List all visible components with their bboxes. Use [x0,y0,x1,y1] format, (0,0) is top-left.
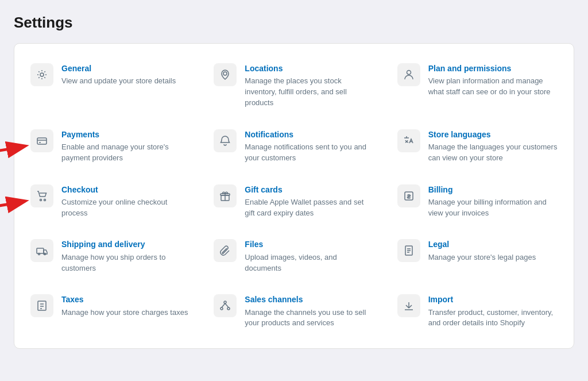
item-content-notifications: Notifications Manage notifications sent … [245,129,374,164]
item-content-import: Import Transfer product, customer, inven… [428,294,558,329]
item-content-store-languages: Store languages Manage the languages you… [428,129,558,164]
page-title: Settings [14,14,574,32]
settings-item-plan-permissions[interactable]: Plan and permissions View plan informati… [386,53,569,119]
item-desc-shipping-delivery: Manage how you ship orders to customers [61,252,191,274]
payments-icon [30,129,53,152]
truck-icon [30,239,53,262]
svg-line-26 [225,303,229,307]
settings-grid: General View and update your store detai… [19,53,569,339]
item-desc-locations: Manage the places you stock inventory, f… [245,76,374,109]
settings-item-legal[interactable]: Legal Manage your store's legal pages [386,229,569,284]
item-desc-checkout: Customize your online checkout process [61,197,191,219]
item-content-payments: Payments Enable and manage your store's … [61,129,191,164]
settings-item-gift-cards[interactable]: Gift cards Enable Apple Wallet passes an… [202,174,385,229]
item-desc-notifications: Manage notifications sent to you and you… [245,142,374,164]
item-desc-payments: Enable and manage your store's payment p… [61,142,191,164]
item-desc-legal: Manage your store's legal pages [428,252,558,263]
settings-item-notifications[interactable]: Notifications Manage notifications sent … [202,119,385,174]
person-icon [397,63,420,86]
item-desc-store-languages: Manage the languages your customers can … [428,142,558,164]
channels-icon [214,294,237,317]
svg-line-25 [222,303,225,307]
svg-point-0 [40,73,44,76]
item-desc-sales-channels: Manage the channels you use to sell your… [245,307,374,329]
item-content-checkout: Checkout Customize your online checkout … [61,184,191,219]
translate-icon [397,129,420,152]
item-desc-files: Upload images, videos, and documents [245,252,374,274]
item-content-files: Files Upload images, videos, and documen… [245,239,374,274]
settings-card: General View and update your store detai… [14,43,574,349]
settings-item-checkout[interactable]: Checkout Customize your online checkout … [19,174,202,229]
item-desc-plan-permissions: View plan information and manage what st… [428,76,558,98]
settings-item-general[interactable]: General View and update your store detai… [19,53,202,119]
legal-icon [397,239,420,262]
taxes-icon [30,294,53,317]
item-title-legal: Legal [428,239,558,249]
svg-point-12 [38,253,40,255]
svg-point-7 [44,199,46,201]
settings-item-payments[interactable]: Payments Enable and manage your store's … [19,119,202,174]
settings-item-billing[interactable]: Billing Manage your billing information … [386,174,569,229]
item-content-sales-channels: Sales channels Manage the channels you u… [245,294,374,329]
svg-point-24 [227,307,230,310]
item-title-import: Import [428,294,558,305]
settings-item-taxes[interactable]: Taxes Manage how your store charges taxe… [19,284,202,339]
item-title-notifications: Notifications [245,129,374,140]
item-content-plan-permissions: Plan and permissions View plan informati… [428,63,558,98]
item-content-legal: Legal Manage your store's legal pages [428,239,558,263]
item-content-locations: Locations Manage the places you stock in… [245,63,374,109]
item-content-taxes: Taxes Manage how your store charges taxe… [61,294,191,318]
billing-icon [397,184,420,207]
item-title-payments: Payments [61,129,191,140]
item-content-general: General View and update your store detai… [61,63,191,87]
item-title-gift-cards: Gift cards [245,184,374,195]
item-content-shipping-delivery: Shipping and delivery Manage how you shi… [61,239,191,274]
settings-item-store-languages[interactable]: Store languages Manage the languages you… [386,119,569,174]
bell-icon [214,129,237,152]
item-title-taxes: Taxes [61,294,191,305]
item-title-billing: Billing [428,184,558,195]
location-icon [214,63,237,86]
item-desc-gift-cards: Enable Apple Wallet passes and set gift … [245,197,374,219]
item-title-shipping-delivery: Shipping and delivery [61,239,191,249]
svg-point-2 [407,71,411,75]
item-title-plan-permissions: Plan and permissions [428,63,558,74]
item-title-checkout: Checkout [61,184,191,195]
item-content-billing: Billing Manage your billing information … [428,184,558,219]
item-desc-billing: Manage your billing information and view… [428,197,558,219]
settings-item-files[interactable]: Files Upload images, videos, and documen… [202,229,385,284]
item-title-files: Files [245,239,374,249]
item-title-store-languages: Store languages [428,129,558,140]
item-title-locations: Locations [245,63,374,74]
item-desc-general: View and update your store details [61,76,191,87]
paperclip-icon [214,239,237,262]
svg-point-23 [220,307,223,310]
settings-item-sales-channels[interactable]: Sales channels Manage the channels you u… [202,284,385,339]
svg-point-6 [40,199,42,201]
settings-item-locations[interactable]: Locations Manage the places you stock in… [202,53,385,119]
svg-point-22 [224,301,226,303]
item-content-gift-cards: Gift cards Enable Apple Wallet passes an… [245,184,374,219]
gear-icon [30,63,53,86]
settings-item-shipping-delivery[interactable]: Shipping and delivery Manage how you shi… [19,229,202,284]
item-title-sales-channels: Sales channels [245,294,374,305]
item-title-general: General [61,63,191,74]
item-desc-import: Transfer product, customer, inventory, a… [428,307,558,329]
import-icon [397,294,420,317]
svg-point-1 [223,72,227,75]
svg-rect-11 [37,248,44,253]
settings-item-import[interactable]: Import Transfer product, customer, inven… [386,284,569,339]
gift-icon [214,184,237,207]
svg-rect-3 [37,138,47,144]
item-desc-taxes: Manage how your store charges taxes [61,307,191,318]
cart-icon [30,184,53,207]
